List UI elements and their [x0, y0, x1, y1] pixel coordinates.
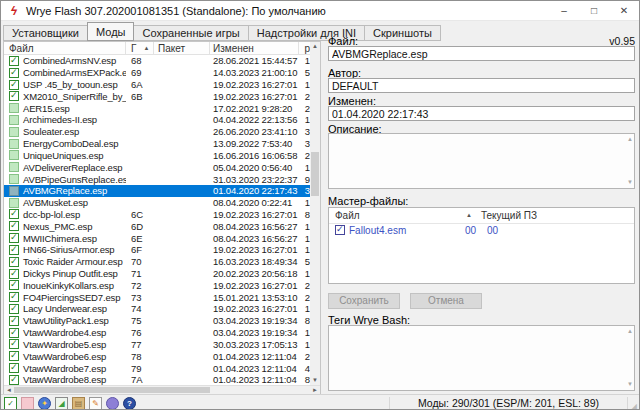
mod-checkbox[interactable]: [9, 127, 19, 137]
mod-row[interactable]: Archimedes-II.esp 04.04.2022 22:13:56 1: [4, 114, 310, 126]
mod-checkbox[interactable]: [9, 68, 19, 78]
mod-row[interactable]: AVDelivererReplace.esp 05.04.2020 0:56:4…: [4, 161, 310, 173]
mod-row[interactable]: VtawWardrobe7.esp 79 01.04.2023 12:11:04…: [4, 362, 310, 374]
mod-list-horizontal-scrollbar[interactable]: ◄ ►: [4, 385, 320, 394]
screenshot-tool-icon[interactable]: ◢: [55, 397, 68, 410]
vertical-scroll-thumb[interactable]: [311, 152, 319, 196]
scroll-up-icon[interactable]: ▲: [310, 42, 320, 51]
scroll-left-icon[interactable]: ◄: [4, 386, 14, 394]
bash-tags-textarea[interactable]: ▲ ▼: [328, 325, 635, 391]
close-button[interactable]: ✕: [609, 1, 639, 20]
master-checkbox[interactable]: [335, 225, 345, 235]
mod-row[interactable]: VtawWardrobe6.esp 78 01.04.2023 12:11:04…: [4, 350, 310, 362]
mod-row[interactable]: VtawUtilityPack1.esp 75 03.04.2023 19:19…: [4, 315, 310, 327]
mod-checkbox[interactable]: [9, 186, 19, 196]
author-input[interactable]: [328, 78, 635, 93]
mod-row[interactable]: FO4PiercingsSED7.esp 73 15.01.2021 13:53…: [4, 291, 310, 303]
doc-browser-icon[interactable]: ✎: [89, 397, 102, 410]
mod-row[interactable]: Lacy Underwear.esp 74 19.02.2023 16:27:0…: [4, 303, 310, 315]
maximize-button[interactable]: □: [579, 1, 609, 20]
launch-game-icon[interactable]: ✦: [38, 397, 51, 410]
mod-row[interactable]: VtawWardrobe5.esp 77 30.03.2023 17:05:13…: [4, 339, 310, 351]
help-icon[interactable]: ?: [123, 397, 136, 410]
masters-column-current[interactable]: Текущий ПЗ: [481, 210, 537, 221]
settings-orb-icon[interactable]: [106, 397, 119, 410]
minimize-button[interactable]: –: [549, 1, 579, 20]
mod-checkbox[interactable]: [9, 56, 19, 66]
mod-checkbox[interactable]: [9, 245, 19, 255]
mod-file-name: EnergyComboDeal.esp: [23, 138, 118, 149]
mod-checkbox[interactable]: [9, 198, 19, 208]
file-name-input[interactable]: [328, 46, 635, 61]
column-header-package[interactable]: Пакет: [154, 42, 210, 54]
mod-checkbox[interactable]: [9, 339, 19, 349]
mod-checkbox[interactable]: [9, 233, 19, 243]
mod-row[interactable]: XM2010_SniperRifle_by_toou... 6B 19.02.2…: [4, 90, 310, 102]
tab-mods[interactable]: Моды: [87, 22, 135, 41]
mod-checkbox[interactable]: [9, 363, 19, 373]
bain-package-icon[interactable]: ▤: [72, 397, 85, 410]
scroll-right-icon[interactable]: ►: [310, 386, 320, 394]
column-header-file[interactable]: Файл: [4, 42, 126, 54]
mod-row[interactable]: MWIIChimera.esp 6E 08.04.2023 16:56:27 1: [4, 232, 310, 244]
master-row[interactable]: Fallout4.esm 00 00: [329, 224, 634, 238]
mod-checkbox[interactable]: [9, 328, 19, 338]
mod-checkbox[interactable]: [9, 209, 19, 219]
mod-checkbox[interactable]: [9, 269, 19, 279]
mod-checkbox[interactable]: [9, 80, 19, 90]
mod-row[interactable]: dcc-bp-lol.esp 6C 19.02.2023 16:27:01 8: [4, 209, 310, 221]
mod-checkbox[interactable]: [9, 139, 19, 149]
mod-modified-date: 04.04.2022 22:13:56: [210, 114, 299, 125]
mod-row[interactable]: VtawWardrobe8.esp 7A 01.04.2023 12:11:04…: [4, 374, 310, 386]
column-header-load-order[interactable]: Г▲: [126, 42, 154, 54]
column-header-modified[interactable]: Изменен: [210, 42, 299, 54]
mod-row[interactable]: Toxic Raider Armour.esp 70 16.03.2023 18…: [4, 256, 310, 268]
mod-row[interactable]: USP .45_by_tooun.esp 6A 19.02.2023 16:27…: [4, 79, 310, 91]
column-header-size[interactable]: р: [299, 42, 310, 54]
mod-row[interactable]: AVBMGReplace.esp 01.04.2020 22:17:43 3: [4, 185, 310, 197]
horizontal-scroll-thumb[interactable]: [14, 387, 210, 393]
mod-list-vertical-scrollbar[interactable]: ▲ ▼: [310, 42, 320, 385]
masters-column-file[interactable]: Файл: [335, 210, 360, 221]
mod-row[interactable]: UniqueUniques.esp 16.06.2016 16:06:58 2: [4, 150, 310, 162]
mod-row[interactable]: HN66-SiriusArmor.esp 6F 19.02.2023 16:27…: [4, 244, 310, 256]
mod-checkbox[interactable]: [9, 150, 19, 160]
unchecked-mods-toggle-icon[interactable]: [21, 397, 34, 410]
tab-installers[interactable]: Установщики: [3, 25, 88, 41]
mod-row[interactable]: AER15.esp 17.02.2021 9:28:20 2: [4, 102, 310, 114]
mod-file-cell: Archimedes-II.esp: [4, 114, 126, 125]
scroll-down-icon[interactable]: ▼: [310, 376, 320, 385]
cancel-button[interactable]: Отмена: [410, 293, 482, 309]
mod-row[interactable]: AVBMusket.esp 08.04.2020 0:22:41 1: [4, 197, 310, 209]
description-textarea[interactable]: ▲ ▼: [328, 133, 635, 189]
mod-row[interactable]: Nexus_PMC.esp 6D 08.04.2023 16:56:27 1: [4, 220, 310, 232]
mod-row[interactable]: EnergyComboDeal.esp 13.09.2022 7:53:40 3: [4, 138, 310, 150]
mod-file-cell: CombinedArmsEXPack.esp: [4, 67, 126, 78]
mod-row[interactable]: Souleater.esp 26.06.2020 23:41:10 3: [4, 126, 310, 138]
checked-mods-toggle-icon[interactable]: ✓: [4, 397, 17, 410]
mod-checkbox[interactable]: [9, 115, 19, 125]
mod-checkbox[interactable]: [9, 351, 19, 361]
mod-checkbox[interactable]: [9, 316, 19, 326]
mod-row[interactable]: VtawWardrobe4.esp 76 03.04.2023 19:19:34…: [4, 327, 310, 339]
tab-saves[interactable]: Сохраненные игры: [133, 25, 248, 41]
mod-row[interactable]: Dickys Pinup Outfit.esp 71 20.02.2023 20…: [4, 268, 310, 280]
mod-checkbox[interactable]: [9, 292, 19, 302]
mod-row[interactable]: CombinedArmsEXPack.esp 69 14.03.2023 21:…: [4, 67, 310, 79]
mod-checkbox[interactable]: [9, 103, 19, 113]
mod-checkbox[interactable]: [9, 375, 19, 385]
save-button[interactable]: Сохранить: [328, 293, 400, 309]
mod-load-order: 6F: [126, 244, 154, 255]
mod-checkbox[interactable]: [9, 174, 19, 184]
mod-checkbox[interactable]: [9, 162, 19, 172]
mod-row[interactable]: AVBPipeGunsReplace.esp 31.03.2020 23:22:…: [4, 173, 310, 185]
resize-grip-icon[interactable]: ◢: [631, 402, 637, 410]
mod-checkbox[interactable]: [9, 280, 19, 290]
mod-row[interactable]: InoueKinkyKollars.esp 72 19.02.2023 16:2…: [4, 279, 310, 291]
modified-input[interactable]: [328, 106, 635, 121]
mod-checkbox[interactable]: [9, 221, 19, 231]
mod-checkbox[interactable]: [9, 91, 19, 101]
mod-row[interactable]: CombinedArmsNV.esp 68 28.06.2021 15:44:5…: [4, 55, 310, 67]
mod-checkbox[interactable]: [9, 257, 19, 267]
mod-checkbox[interactable]: [9, 304, 19, 314]
